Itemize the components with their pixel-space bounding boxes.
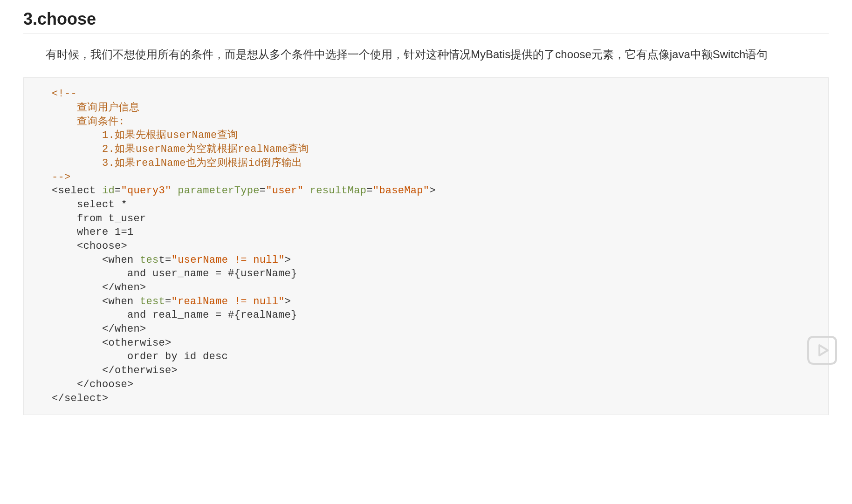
document-content: 3.choose 有时候，我们不想使用所有的条件，而是想从多个条件中选择一个使用… [0, 0, 852, 415]
video-float-icon[interactable] [804, 334, 840, 367]
section-heading: 3.choose [23, 9, 829, 34]
section-description: 有时候，我们不想使用所有的条件，而是想从多个条件中选择一个使用，针对这种情况My… [23, 46, 829, 63]
code-block: <!-- 查询用户信息 查询条件: 1.如果先根据userName查询 2.如果… [23, 77, 829, 415]
